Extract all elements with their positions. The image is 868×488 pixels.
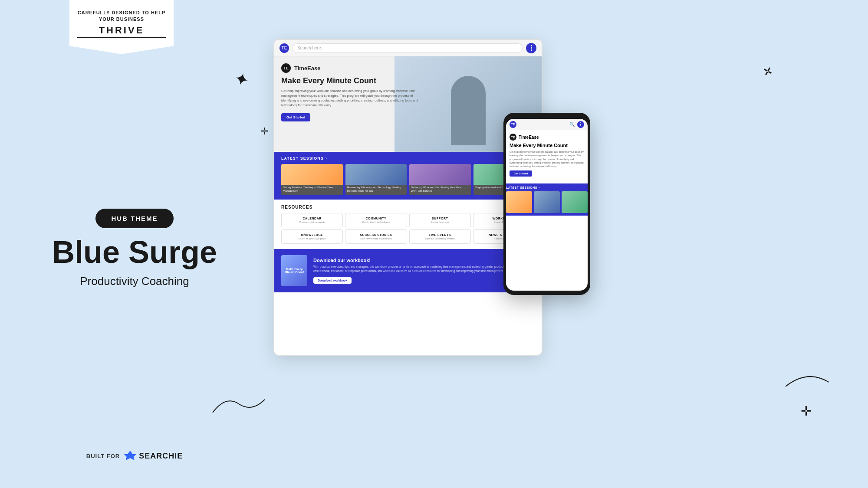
session-card-title-3: Balancing Work and Life: Finding Your Id…: [409, 185, 471, 194]
mobile-screen: TE 🔍 TE TimeEase Make Every Minute Count…: [506, 119, 588, 291]
session-card-1[interactable]: Setting Priorities: The Key to Effective…: [281, 164, 343, 195]
resources-grid: CALENDAR View upcoming events COMMUNITY …: [281, 213, 535, 244]
sessions-bar: LATEST SESSIONS › Setting Priorities: Th…: [274, 152, 542, 200]
resource-success-stories[interactable]: SUCCESS STORIES See how others succeeded: [345, 229, 407, 244]
mobile-app-icon: TE: [510, 134, 516, 141]
mobile-session-card-3[interactable]: [562, 191, 588, 213]
desktop-browser-bar: TE Search here...: [274, 40, 542, 56]
app-logo-text: TE: [282, 46, 287, 50]
resources-section: RESOURCES CALENDAR View upcoming events …: [274, 200, 542, 249]
banner-line1: CAREFULLY DESIGNED TO HELP YOUR BUSINESS: [77, 10, 166, 23]
download-button[interactable]: Download workbook: [313, 277, 352, 284]
resource-community-title: COMMUNITY: [349, 217, 403, 220]
app-logo-icon: TE: [281, 63, 291, 73]
hub-theme-pill: HUB THEME: [95, 209, 173, 228]
searchie-logo: SEARCHIE: [124, 450, 183, 462]
app-logo-browser: TE: [279, 43, 289, 53]
cta-desc: With practical exercises, tips, and stra…: [313, 265, 535, 273]
session-card-img-3: [409, 164, 471, 185]
resource-knowledge[interactable]: KNOWLEDGE Learn at your own pace: [281, 229, 343, 244]
mobile-browser-bar: TE 🔍: [506, 119, 588, 130]
deco-star-bottom-right: ✛: [801, 403, 812, 419]
sessions-label: LATEST SESSIONS ›: [281, 156, 535, 160]
cta-title: Download our workbook!: [313, 258, 535, 263]
mobile-get-started-button[interactable]: Get Started: [510, 170, 532, 177]
app-logo-row: TE TimeEase: [281, 63, 428, 73]
resource-calendar-title: CALENDAR: [285, 217, 339, 220]
resource-support-sub: Let us help you: [413, 221, 467, 223]
resource-success-stories-sub: See how others succeeded: [349, 237, 403, 240]
deco-squiggle: [208, 391, 269, 419]
resource-success-stories-title: SUCCESS STORIES: [349, 233, 403, 236]
resource-community-sub: Get in touch with others: [349, 221, 403, 223]
mobile-sessions-grid: [506, 191, 588, 213]
desktop-mockup: TE Search here... TE TimeEase Make Every…: [273, 39, 542, 356]
hero-section: TE TimeEase Make Every Minute Count Get …: [274, 56, 542, 152]
mobile-mockup: TE 🔍 TE TimeEase Make Every Minute Count…: [503, 113, 590, 295]
resource-live-events-sub: See our upcoming events: [413, 237, 467, 240]
thrive-banner: CAREFULLY DESIGNED TO HELP YOUR BUSINESS…: [69, 0, 174, 54]
mobile-menu-dot-2: [580, 124, 581, 125]
sessions-grid: Setting Priorities: The Key to Effective…: [281, 164, 535, 195]
cta-section: Make Every Minute Count Download our wor…: [274, 249, 542, 292]
mobile-session-card-1[interactable]: [506, 191, 532, 213]
session-card-title-2: Maximizing Efficiency with Technology: F…: [345, 185, 407, 194]
browser-menu-button[interactable]: [526, 43, 536, 53]
resource-knowledge-sub: Learn at your own pace: [285, 237, 339, 240]
browser-search-bar[interactable]: Search here...: [293, 43, 523, 53]
app-name: TimeEase: [294, 65, 320, 72]
deco-star-right: ✛: [760, 64, 776, 80]
get-started-button[interactable]: Get Started: [281, 113, 310, 121]
resources-title: RESOURCES: [281, 205, 535, 210]
menu-dot-3: [531, 49, 532, 51]
desktop-app-content: TE TimeEase Make Every Minute Count Get …: [274, 56, 542, 355]
built-for: BUILT FOR SEARCHIE: [86, 450, 183, 462]
mobile-search-icon[interactable]: 🔍: [569, 122, 575, 127]
mobile-notch: [534, 113, 560, 116]
mobile-menu-dot-1: [580, 122, 581, 123]
cta-book-label: Make Every Minute Count: [283, 268, 306, 274]
built-for-text: BUILT FOR: [86, 453, 120, 459]
menu-dot-1: [531, 45, 532, 46]
resource-live-events[interactable]: LIVE EVENTS See our upcoming events: [409, 229, 471, 244]
hero-desc: Get help improving your work-life balanc…: [281, 88, 428, 108]
cta-text-col: Download our workbook! With practical ex…: [313, 258, 535, 284]
mobile-app-name: TimeEase: [519, 135, 539, 140]
hero-title: Make Every Minute Count: [281, 76, 428, 86]
svg-marker-0: [124, 451, 136, 460]
searchie-icon: [124, 450, 136, 462]
banner-wrap: CAREFULLY DESIGNED TO HELP YOUR BUSINESS…: [69, 0, 174, 54]
brand-title: Blue Surge: [52, 236, 217, 269]
person-silhouette: [451, 76, 486, 145]
banner-thrive: THRIVE: [77, 25, 166, 38]
mobile-sessions-bar: LATEST SESSIONS ›: [506, 183, 588, 216]
deco-curve: [781, 365, 833, 393]
mobile-session-card-2[interactable]: [534, 191, 560, 213]
session-card-img-1: [281, 164, 343, 185]
search-placeholder-text: Search here...: [297, 46, 325, 50]
resource-support-title: SUPPORT: [413, 217, 467, 220]
mobile-hero-desc: Get help improving your work-life balanc…: [510, 150, 584, 168]
mobile-hero-title: Make Every Minute Count: [510, 143, 584, 148]
sessions-arrow: ›: [326, 156, 327, 160]
resource-calendar[interactable]: CALENDAR View upcoming events: [281, 213, 343, 227]
resource-calendar-sub: View upcoming events: [285, 221, 339, 223]
session-card-img-2: [345, 164, 407, 185]
mobile-menu-dot-3: [580, 125, 581, 126]
resource-knowledge-title: KNOWLEDGE: [285, 233, 339, 236]
cta-book-image: Make Every Minute Count: [281, 255, 307, 286]
resource-support[interactable]: SUPPORT Let us help you: [409, 213, 471, 227]
session-card-2[interactable]: Maximizing Efficiency with Technology: F…: [345, 164, 407, 195]
resource-community[interactable]: COMMUNITY Get in touch with others: [345, 213, 407, 227]
resource-live-events-title: LIVE EVENTS: [413, 233, 467, 236]
mobile-sessions-label: LATEST SESSIONS ›: [506, 186, 588, 189]
mobile-sessions-arrow: ›: [539, 186, 540, 189]
mobile-menu-button[interactable]: [577, 121, 584, 128]
deco-star-small: ✛: [260, 126, 268, 137]
hero-content: TE TimeEase Make Every Minute Count Get …: [281, 63, 428, 121]
mobile-app-logo: TE: [510, 121, 516, 128]
brand-subtitle: Productivity Coaching: [80, 275, 189, 288]
searchie-name: SEARCHIE: [139, 452, 183, 461]
mobile-content: TE TimeEase Make Every Minute Count Get …: [506, 130, 588, 183]
session-card-3[interactable]: Balancing Work and Life: Finding Your Id…: [409, 164, 471, 195]
